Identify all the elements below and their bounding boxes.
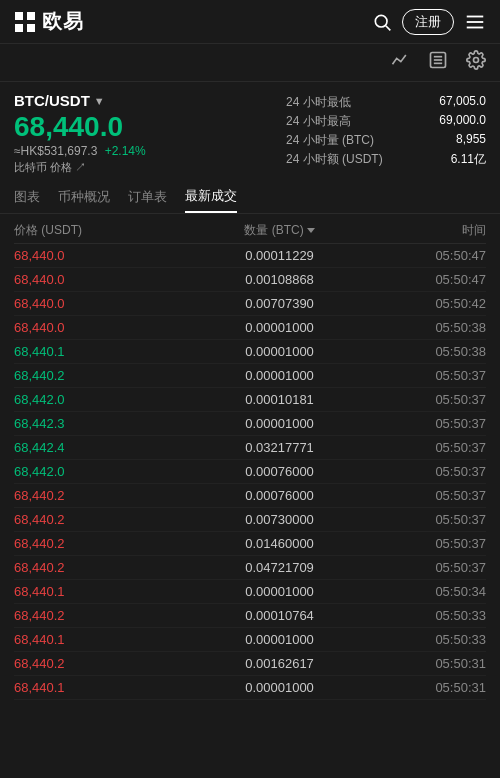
chart-line-icon[interactable]	[390, 50, 410, 75]
trade-time: 05:50:37	[368, 464, 486, 479]
table-header: 价格 (USDT) 数量 (BTC) 时间	[14, 214, 486, 244]
trade-price: 68,440.1	[14, 680, 191, 695]
col-qty-header: 数量 (BTC)	[191, 222, 368, 239]
table-row: 68,440.0 0.00011229 05:50:47	[14, 244, 486, 268]
trade-price: 68,440.2	[14, 608, 191, 623]
pair-stats: 24 小时最低67,005.024 小时最高69,000.024 小时量 (BT…	[286, 92, 486, 175]
price-change: +2.14%	[105, 144, 146, 158]
trade-price: 68,442.3	[14, 416, 191, 431]
table-row: 68,440.1 0.00001000 05:50:38	[14, 340, 486, 364]
app-header: 欧易 注册	[0, 0, 500, 44]
trade-qty: 0.00001000	[191, 632, 368, 647]
svg-rect-3	[27, 24, 35, 32]
trade-time: 05:50:31	[368, 680, 486, 695]
trade-qty: 0.00001000	[191, 680, 368, 695]
trade-qty: 0.01460000	[191, 536, 368, 551]
table-row: 68,440.1 0.00001000 05:50:33	[14, 628, 486, 652]
svg-point-4	[375, 15, 387, 27]
sub-header	[0, 44, 500, 82]
trade-price: 68,440.1	[14, 632, 191, 647]
stat-label: 24 小时最低	[286, 94, 351, 111]
tabs-bar: 图表币种概况订单表最新成交	[0, 181, 500, 214]
trade-time: 05:50:37	[368, 488, 486, 503]
trade-price: 68,440.0	[14, 272, 191, 287]
table-row: 68,442.0 0.00076000 05:50:37	[14, 460, 486, 484]
logo-area: 欧易	[14, 8, 84, 35]
trade-time: 05:50:37	[368, 512, 486, 527]
pair-section: BTC/USDT ▼ 68,440.0 ≈HK$531,697.3 +2.14%…	[0, 82, 500, 181]
table-row: 68,440.1 0.00001000 05:50:31	[14, 676, 486, 700]
trade-time: 05:50:31	[368, 656, 486, 671]
hk-equiv: ≈HK$531,697.3	[14, 144, 97, 158]
table-row: 68,442.0 0.00010181 05:50:37	[14, 388, 486, 412]
trade-time: 05:50:34	[368, 584, 486, 599]
table-row: 68,440.2 0.00010764 05:50:33	[14, 604, 486, 628]
search-button[interactable]	[372, 12, 392, 32]
trade-qty: 0.00076000	[191, 464, 368, 479]
stat-row: 24 小时最高69,000.0	[286, 113, 486, 130]
svg-rect-2	[15, 24, 23, 32]
trade-price: 68,440.2	[14, 368, 191, 383]
trade-qty: 0.00001000	[191, 368, 368, 383]
logo-icon	[14, 11, 36, 33]
col-price-header: 价格 (USDT)	[14, 222, 191, 239]
trade-qty: 0.00001000	[191, 344, 368, 359]
tab-币种概况[interactable]: 币种概况	[58, 188, 110, 212]
list-icon[interactable]	[428, 50, 448, 75]
trade-qty: 0.00001000	[191, 320, 368, 335]
table-row: 68,440.0 0.00108868 05:50:47	[14, 268, 486, 292]
pair-left: BTC/USDT ▼ 68,440.0 ≈HK$531,697.3 +2.14%…	[14, 92, 286, 175]
trade-time: 05:50:33	[368, 632, 486, 647]
trade-time: 05:50:37	[368, 440, 486, 455]
table-row: 68,440.2 0.00076000 05:50:37	[14, 484, 486, 508]
trade-price: 68,442.0	[14, 464, 191, 479]
pair-hk-row: ≈HK$531,697.3 +2.14%	[14, 144, 286, 158]
table-row: 68,440.2 0.00162617 05:50:31	[14, 652, 486, 676]
trade-qty: 0.00730000	[191, 512, 368, 527]
trade-table: 价格 (USDT) 数量 (BTC) 时间 68,440.0 0.0001122…	[0, 214, 500, 700]
trade-qty: 0.00162617	[191, 656, 368, 671]
tab-最新成交[interactable]: 最新成交	[185, 187, 237, 213]
trade-price: 68,440.2	[14, 536, 191, 551]
table-row: 68,440.0 0.00707390 05:50:42	[14, 292, 486, 316]
stat-label: 24 小时量 (BTC)	[286, 132, 374, 149]
trade-qty: 0.00010764	[191, 608, 368, 623]
trade-price: 68,440.1	[14, 344, 191, 359]
trade-price: 68,442.0	[14, 392, 191, 407]
trade-time: 05:50:42	[368, 296, 486, 311]
register-button[interactable]: 注册	[402, 9, 454, 35]
pair-link[interactable]: 比特币 价格 ↗	[14, 160, 286, 175]
tab-图表[interactable]: 图表	[14, 188, 40, 212]
trade-time: 05:50:37	[368, 416, 486, 431]
trade-price: 68,440.0	[14, 320, 191, 335]
stat-row: 24 小时额 (USDT)6.11亿	[286, 151, 486, 168]
stat-value: 67,005.0	[439, 94, 486, 111]
trade-time: 05:50:47	[368, 272, 486, 287]
pair-name-row[interactable]: BTC/USDT ▼	[14, 92, 286, 109]
chevron-down-icon: ▼	[94, 95, 105, 107]
table-row: 68,442.4 0.03217771 05:50:37	[14, 436, 486, 460]
trade-qty: 0.00011229	[191, 248, 368, 263]
filter-icon[interactable]	[307, 228, 315, 233]
col-time-header: 时间	[368, 222, 486, 239]
trade-qty: 0.00076000	[191, 488, 368, 503]
trade-price: 68,440.2	[14, 512, 191, 527]
trade-price: 68,440.2	[14, 560, 191, 575]
trade-qty: 0.00010181	[191, 392, 368, 407]
settings-icon[interactable]	[466, 50, 486, 75]
trade-price: 68,440.0	[14, 296, 191, 311]
trade-price: 68,442.4	[14, 440, 191, 455]
stat-value: 69,000.0	[439, 113, 486, 130]
pair-name-text: BTC/USDT	[14, 92, 90, 109]
trade-qty: 0.00707390	[191, 296, 368, 311]
trade-price: 68,440.2	[14, 656, 191, 671]
stat-row: 24 小时量 (BTC)8,955	[286, 132, 486, 149]
menu-button[interactable]	[464, 11, 486, 33]
trade-rows-container: 68,440.0 0.00011229 05:50:47 68,440.0 0.…	[14, 244, 486, 700]
trade-price: 68,440.1	[14, 584, 191, 599]
svg-line-5	[386, 25, 391, 30]
stat-value: 8,955	[456, 132, 486, 149]
trade-time: 05:50:37	[368, 536, 486, 551]
trade-time: 05:50:37	[368, 368, 486, 383]
tab-订单表[interactable]: 订单表	[128, 188, 167, 212]
